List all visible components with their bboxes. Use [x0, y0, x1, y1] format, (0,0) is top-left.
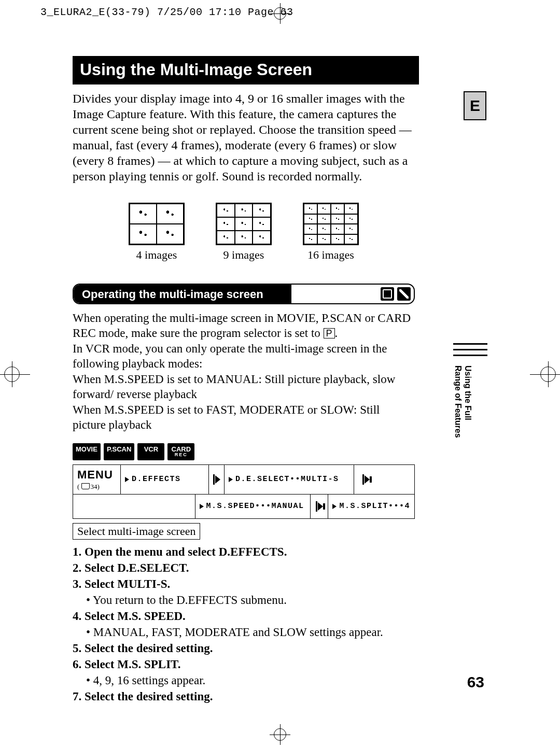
mode-chip-card-rec: CARD REC: [167, 443, 194, 460]
section-tab: Using the Full Range of Features: [453, 343, 487, 435]
language-badge: E: [464, 91, 486, 120]
step-6: 6. Select M.S. SPLIT.: [73, 658, 180, 671]
operating-line-4: When M.S.SPEED is set to FAST, MODERATE …: [73, 403, 380, 431]
step-7: 7. Select the desired setting.: [73, 690, 213, 703]
menu-d-effects: D.EFFECTS: [132, 475, 181, 484]
registration-mark-right-icon: [530, 356, 560, 392]
grid-4-icon: [129, 203, 185, 245]
playback-mode-icon: [397, 287, 411, 301]
registration-mark-bottom-icon: [270, 724, 290, 745]
advance-double-icon: [360, 473, 372, 486]
section-subheader: Operating the multi-image screen: [73, 284, 415, 304]
operating-line-1b: .: [335, 327, 338, 340]
operating-line-3: When M.S.SPEED is set to MANUAL: Still p…: [73, 373, 395, 401]
mode-chip-row: MOVIE P.SCAN VCR CARD REC: [73, 443, 415, 460]
mode-chip-movie: MOVIE: [73, 443, 101, 460]
triangle-icon: [125, 477, 129, 482]
grid-9-icon: [216, 203, 272, 245]
section-tab-text: Using the Full Range of Features: [453, 365, 472, 448]
book-icon: [81, 483, 90, 489]
menu-diagram: MOVIE P.SCAN VCR CARD REC MENU ( 34) D.E…: [73, 443, 415, 540]
operating-line-1a: When operating the multi-image screen in…: [73, 312, 411, 340]
operating-line-2: In VCR mode, you can only operate the mu…: [73, 342, 387, 370]
page-number: 63: [467, 673, 484, 691]
camera-mode-icon: [381, 287, 394, 301]
menu-ref: ( 34): [77, 483, 100, 491]
menu-row-1: MENU ( 34) D.EFFECTS D.E.SELECT••MULTI-S: [73, 464, 415, 495]
menu-ms-speed: M.S.SPEED•••MANUAL: [206, 502, 304, 511]
grid-16-icon: [303, 203, 359, 245]
step-4: 4. Select M.S. SPEED.: [73, 610, 186, 623]
mode-chip-vcr: VCR: [137, 443, 164, 460]
grid-9-label: 9 images: [223, 248, 264, 262]
manual-page: 3_ELURA2_E(33-79) 7/25/00 17:10 Page 63 …: [0, 0, 560, 748]
step-3: 3. Select MULTI-S.: [73, 577, 170, 590]
menu-ms-split: M.S.SPLIT•••4: [339, 502, 410, 511]
advance-double-icon: [316, 500, 323, 513]
step-4-detail: • MANUAL, FAST, MODERATE and SLOW settin…: [73, 626, 383, 639]
menu-label: MENU: [77, 468, 113, 482]
program-selector-p-icon: P: [324, 328, 335, 338]
menu-caption: Select multi-image screen: [73, 523, 200, 540]
step-2: 2. Select D.E.SELECT.: [73, 561, 189, 574]
example-16-images: 16 images: [303, 203, 359, 262]
grid-4-label: 4 images: [136, 248, 177, 262]
registration-mark-left-icon: [0, 356, 30, 392]
subheader-title: Operating the multi-image screen: [74, 285, 291, 303]
advance-icon: [213, 473, 220, 486]
operating-text: When operating the multi-image screen in…: [73, 311, 415, 433]
example-9-images: 9 images: [216, 203, 272, 262]
step-3-detail: • You return to the D.EFFECTS submenu.: [73, 594, 287, 606]
step-6-detail: • 4, 9, 16 settings appear.: [73, 674, 205, 687]
instruction-steps: 1. Open the menu and select D.EFFECTS. 2…: [73, 544, 415, 704]
menu-de-select: D.E.SELECT••MULTI-S: [235, 475, 339, 484]
mode-chip-pscan: P.SCAN: [104, 443, 134, 460]
intro-paragraph: Divides your display image into 4, 9 or …: [73, 91, 415, 184]
mode-chip-card-bottom: REC: [171, 453, 191, 457]
print-job-header: 3_ELURA2_E(33-79) 7/25/00 17:10 Page 63: [40, 6, 293, 18]
triangle-icon: [200, 504, 204, 509]
page-title: Using the Multi-Image Screen: [73, 56, 419, 84]
triangle-icon: [229, 477, 233, 482]
step-1: 1. Open the menu and select D.EFFECTS.: [73, 545, 287, 558]
page-content: Using the Multi-Image Screen Divides you…: [73, 56, 415, 704]
multi-image-examples: 4 images 9 images 16 images: [73, 203, 415, 262]
menu-row-2: M.S.SPEED•••MANUAL M.S.SPLIT•••4: [73, 495, 415, 519]
example-4-images: 4 images: [129, 203, 185, 262]
triangle-icon: [332, 504, 337, 509]
step-5: 5. Select the desired setting.: [73, 642, 213, 655]
grid-16-label: 16 images: [307, 248, 354, 262]
